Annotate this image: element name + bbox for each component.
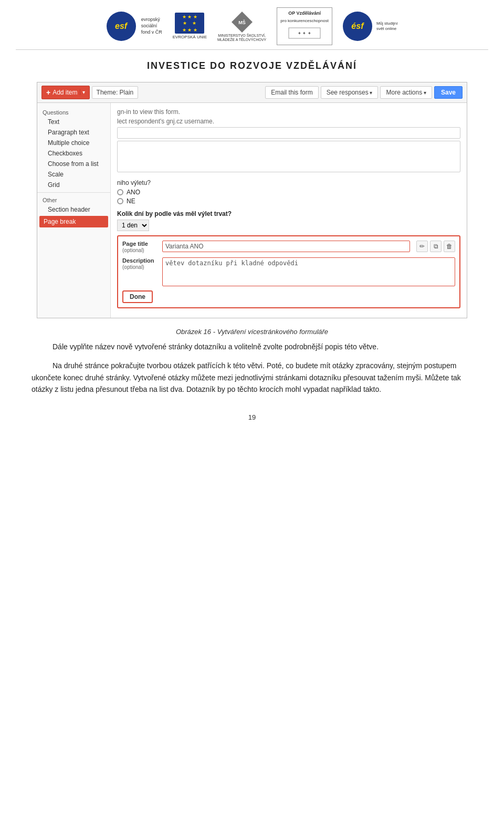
question1-input[interactable] bbox=[117, 127, 460, 139]
description-label-text: Description bbox=[122, 257, 154, 264]
main-title: INVESTICE DO ROZVOJE VZDĚLÁVÁNÍ bbox=[0, 52, 504, 77]
page-title-label: Page title (optional) bbox=[122, 241, 159, 253]
radio-ne-label: NE bbox=[127, 197, 135, 205]
msmt-logo: MŠ MINISTERSTVO ŠKOLSTVÍ,MLÁDEŽE A TĚLOV… bbox=[217, 11, 266, 43]
form-notice-1: gn-in to view this form. bbox=[117, 108, 460, 116]
body-paragraph-2: Na druhé stránce pokračujte tvorbou otáz… bbox=[32, 360, 472, 395]
esf-badge-left: esf bbox=[107, 12, 136, 41]
esf-subtitle1: evropský bbox=[141, 17, 162, 23]
done-button[interactable]: Done bbox=[122, 290, 153, 303]
description-row: Description (optional) větev dotazníku p… bbox=[122, 257, 455, 286]
sidebar-questions-label: Questions bbox=[37, 107, 110, 117]
sidebar-item-checkboxes[interactable]: Checkboxes bbox=[37, 148, 110, 159]
figure-caption: Obrázek 16 - Vytváření vícestránkového f… bbox=[16, 328, 488, 336]
radio-ano-option: ANO bbox=[117, 189, 460, 196]
form-section-question2: niho výletu? ANO NE bbox=[117, 179, 460, 205]
radio-ano-label: ANO bbox=[127, 189, 140, 196]
question3-section: Kolik dní by podle vás měl výlet trvat? … bbox=[117, 210, 460, 231]
eu-stars-icon: ★ ★ ★★ ★★ ★ ★ bbox=[182, 14, 197, 34]
theme-label: Theme: Plain bbox=[92, 86, 139, 99]
sidebar: Questions Text Paragraph text Multiple c… bbox=[37, 103, 111, 318]
logos-row: esf evropský sociální fond v ČR ★ ★ ★★ ★… bbox=[0, 0, 504, 47]
screenshot-container: + Add item ▾ Theme: Plain Email this for… bbox=[37, 82, 467, 318]
question3-label: Kolik dní by podle vás měl výlet trvat? bbox=[117, 210, 460, 217]
delete-icon-btn[interactable]: 🗑 bbox=[444, 241, 455, 252]
page-title-optional: (optional) bbox=[122, 247, 144, 253]
form-content: gn-in to view this form. lect respondent… bbox=[111, 103, 467, 318]
msmt-icon: MŠ bbox=[230, 11, 254, 34]
header-separator bbox=[16, 49, 488, 50]
esf-left-logo: esf evropský sociální fond v ČR bbox=[107, 12, 162, 41]
esf-subtitle2: sociální bbox=[141, 23, 162, 29]
eu-logo: ★ ★ ★★ ★★ ★ ★ EVROPSKÁ UNIE bbox=[173, 13, 207, 39]
edit-icon-btn[interactable]: ✏ bbox=[416, 241, 428, 252]
sidebar-item-choose-list[interactable]: Choose from a list bbox=[37, 159, 110, 169]
op-logo-sub: pro konkurenceschopnost bbox=[280, 18, 329, 24]
form-notice-2: lect respondent's gnj.cz username. bbox=[117, 118, 460, 125]
esf-right-logo: ésf Můj studijnísvět online bbox=[343, 12, 397, 41]
add-item-button[interactable]: + Add item ▾ bbox=[41, 86, 90, 99]
esf-subtitle3: fond v ČR bbox=[141, 29, 162, 36]
page-title-label-text: Page title bbox=[122, 241, 148, 247]
op-logo-title: OP Vzdělávání bbox=[280, 10, 329, 17]
radio-ano-circle bbox=[117, 189, 123, 195]
radio-ne-circle bbox=[117, 198, 123, 204]
page-break-section: Page title (optional) ✏ ⧉ 🗑 Description … bbox=[117, 235, 460, 308]
svg-text:MŠ: MŠ bbox=[238, 19, 246, 25]
esf-badge-right: ésf bbox=[343, 12, 372, 41]
sidebar-item-paragraph[interactable]: Paragraph text bbox=[37, 127, 110, 138]
copy-icon-btn[interactable]: ⧉ bbox=[430, 241, 442, 252]
sidebar-item-page-break[interactable]: Page break bbox=[39, 216, 108, 227]
esf-label-group-left: evropský sociální fond v ČR bbox=[141, 17, 162, 35]
sidebar-item-section-header[interactable]: Section header bbox=[37, 204, 110, 215]
description-optional: (optional) bbox=[122, 264, 144, 270]
body-text: Dále vyplňte název nově vytvořené stránk… bbox=[32, 341, 472, 396]
form-section-question1 bbox=[117, 127, 460, 174]
esf-right-sub: Můj studijnísvět online bbox=[376, 21, 397, 32]
more-actions-button[interactable]: More actions bbox=[380, 86, 432, 99]
question1-textarea[interactable] bbox=[117, 141, 460, 172]
question3-dropdown[interactable]: 1 den 2 dny 3 dny bbox=[117, 220, 149, 231]
form-editor: Questions Text Paragraph text Multiple c… bbox=[37, 103, 467, 318]
page-number: 19 bbox=[0, 403, 504, 427]
see-responses-button[interactable]: See responses bbox=[321, 86, 379, 99]
esf-badge-text-left: esf bbox=[115, 22, 127, 31]
save-button[interactable]: Save bbox=[434, 86, 463, 99]
add-item-plus-icon: + bbox=[46, 88, 50, 97]
eu-flag-badge: ★ ★ ★★ ★★ ★ ★ bbox=[175, 13, 204, 34]
op-logo-graphic: ✦ ✦ ✦ bbox=[286, 25, 323, 41]
page-title-row: Page title (optional) ✏ ⧉ 🗑 bbox=[122, 241, 455, 253]
sidebar-item-multiple-choice[interactable]: Multiple choice bbox=[37, 138, 110, 148]
msmt-text: MINISTERSTVO ŠKOLSTVÍ,MLÁDEŽE A TĚLOVÝCH… bbox=[217, 34, 266, 43]
radio-ne-option: NE bbox=[117, 197, 460, 205]
toolbar: + Add item ▾ Theme: Plain Email this for… bbox=[37, 82, 467, 103]
op-logo: OP Vzdělávání pro konkurenceschopnost ✦ … bbox=[277, 7, 332, 45]
description-label: Description (optional) bbox=[122, 257, 159, 270]
page-title-input[interactable] bbox=[162, 241, 410, 252]
sidebar-item-grid[interactable]: Grid bbox=[37, 180, 110, 190]
sidebar-divider bbox=[37, 192, 110, 193]
body-paragraph-1: Dále vyplňte název nově vytvořené stránk… bbox=[32, 341, 472, 352]
add-item-arrow-icon: ▾ bbox=[80, 89, 85, 95]
description-textarea[interactable]: větev dotazníku při kladné odpovědi bbox=[162, 257, 455, 286]
sidebar-other-label: Other bbox=[37, 195, 110, 204]
sidebar-item-scale[interactable]: Scale bbox=[37, 169, 110, 180]
add-item-label: Add item bbox=[52, 89, 77, 96]
question2-text: niho výletu? bbox=[117, 179, 460, 186]
svg-text:✦ ✦ ✦: ✦ ✦ ✦ bbox=[298, 31, 311, 36]
email-form-button[interactable]: Email this form bbox=[265, 86, 318, 99]
page-icons: ✏ ⧉ 🗑 bbox=[416, 241, 455, 252]
esf-badge-text-right: ésf bbox=[351, 22, 363, 31]
sidebar-item-text[interactable]: Text bbox=[37, 117, 110, 127]
eu-label: EVROPSKÁ UNIE bbox=[173, 35, 207, 39]
